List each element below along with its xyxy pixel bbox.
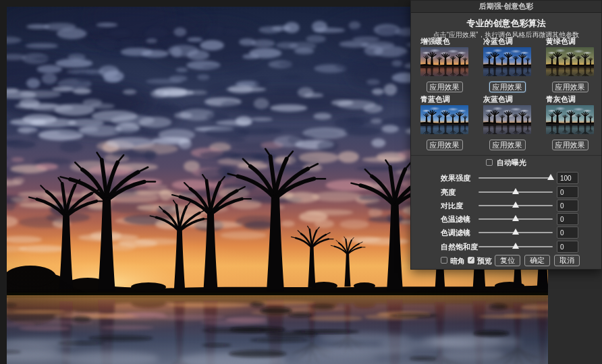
auto-exposure-row: 自动曝光 — [411, 158, 601, 167]
slider-row-effect-strength: 效果强度 — [411, 172, 601, 183]
auto-exposure-checkbox[interactable] — [486, 159, 493, 166]
slider-label: 亮度 — [441, 187, 456, 198]
preset-label: 增强暖色 — [420, 38, 468, 45]
reset-button[interactable]: 复位 — [495, 255, 520, 266]
preset-label: 灰蓝色调 — [483, 96, 531, 103]
preset-label: 青灰色调 — [546, 96, 594, 103]
slider-value-input[interactable] — [557, 213, 578, 225]
apply-effect-button[interactable]: 应用效果 — [427, 82, 463, 92]
preset-thumbnail[interactable] — [546, 47, 594, 76]
preset-thumbnail[interactable] — [483, 47, 531, 76]
slider-row-brightness: 亮度 — [411, 186, 601, 197]
slider-thumb[interactable] — [512, 202, 519, 208]
slider-value-input[interactable] — [557, 172, 578, 184]
dialog-footer: 暗角 预览 复位 确定 取消 — [411, 255, 601, 266]
divider — [411, 155, 601, 156]
slider-thumb[interactable] — [512, 229, 519, 235]
preset-thumbnail[interactable] — [420, 47, 468, 76]
slider-track[interactable] — [478, 172, 553, 183]
slider-label: 色调滤镜 — [441, 228, 470, 238]
apply-effect-button[interactable]: 应用效果 — [552, 82, 589, 92]
apply-effect-button[interactable]: 应用效果 — [552, 140, 589, 150]
slider-thumb[interactable] — [512, 215, 519, 221]
slider-row-tint-filter: 色调滤镜 — [411, 226, 601, 237]
preset-thumbnail[interactable] — [483, 105, 531, 134]
slider-value-input[interactable] — [557, 241, 578, 253]
slider-label: 效果强度 — [441, 173, 470, 183]
preset-cell-cyan-blue: 青蓝色调 应用效果 — [420, 96, 468, 150]
slider-track[interactable] — [478, 213, 553, 224]
slider-row-vibrance: 自然饱和度 — [411, 241, 601, 251]
auto-exposure-label: 自动曝光 — [497, 158, 526, 168]
creative-color-dialog: 后期强·创意色彩 专业的创意色彩算法 点击“应用效果”，执行调色风格后再微调其他… — [410, 0, 602, 270]
preset-cell-warm: 增强暖色 — [420, 38, 468, 92]
apply-effect-button[interactable]: 应用效果 — [489, 82, 526, 92]
apply-effect-button[interactable]: 应用效果 — [427, 140, 463, 150]
slider-row-contrast: 对比度 — [411, 200, 601, 210]
preset-thumbnail[interactable] — [420, 105, 468, 134]
preset-cell-yellow-green: 黄绿色调 应用效果 — [546, 38, 594, 92]
dialog-titlebar[interactable]: 后期强·创意色彩 — [411, 1, 601, 13]
dialog-subtitle: 专业的创意色彩算法 — [411, 18, 601, 30]
preset-label: 冷蓝色调 — [483, 38, 531, 45]
slider-track[interactable] — [478, 186, 553, 197]
preset-label: 黄绿色调 — [546, 38, 594, 45]
slider-track[interactable] — [478, 200, 553, 210]
cancel-button[interactable]: 取消 — [554, 255, 580, 266]
preset-cell-cool-blue: 冷蓝色调 应用效果 — [483, 38, 531, 92]
preset-thumbnail[interactable] — [546, 105, 594, 134]
dialog-title: 后期强·创意色彩 — [479, 2, 534, 10]
slider-row-temperature-filter: 色温滤镜 — [411, 213, 601, 224]
slider-label: 自然饱和度 — [441, 242, 478, 252]
slider-label: 色温滤镜 — [441, 214, 470, 224]
slider-track[interactable] — [478, 241, 553, 251]
vignette-checkbox[interactable] — [441, 257, 447, 264]
slider-value-input[interactable] — [557, 226, 578, 239]
apply-effect-button[interactable]: 应用效果 — [489, 140, 526, 150]
preview-checkbox[interactable] — [468, 257, 474, 264]
preset-grid: 增强暖色 — [420, 38, 594, 150]
confirm-button[interactable]: 确定 — [524, 255, 550, 266]
slider-thumb[interactable] — [512, 243, 519, 249]
preset-label: 青蓝色调 — [420, 96, 468, 103]
slider-thumb[interactable] — [512, 188, 519, 194]
slider-value-input[interactable] — [557, 200, 578, 212]
slider-thumb[interactable] — [547, 174, 554, 180]
preset-cell-gray-blue: 灰蓝色调 应用效果 — [483, 96, 531, 150]
slider-track[interactable] — [478, 226, 553, 237]
slider-label: 对比度 — [441, 201, 463, 211]
slider-value-input[interactable] — [557, 186, 578, 198]
vignette-label: 暗角 — [450, 256, 465, 266]
preset-cell-cyan-gray: 青灰色调 应用效果 — [546, 96, 594, 150]
preview-label: 预览 — [477, 256, 492, 266]
